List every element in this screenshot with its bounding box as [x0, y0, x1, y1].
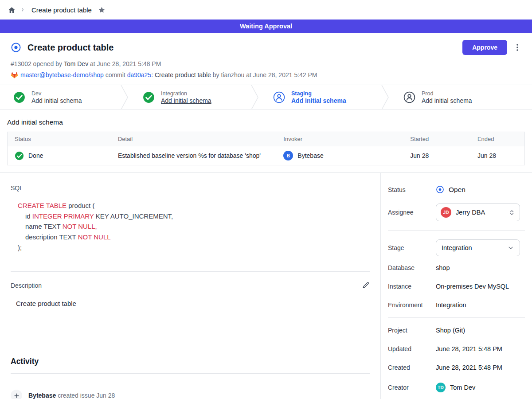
commit-word: commit: [106, 71, 125, 78]
stage-value: Integration: [442, 244, 503, 251]
star-icon[interactable]: [98, 6, 106, 14]
gitlab-icon: [11, 71, 18, 78]
task-detail: Established baseline version %s for data…: [111, 146, 276, 165]
stage-task-label: Add initial schema: [291, 97, 346, 104]
activity-actor: Bytebase: [28, 392, 56, 399]
sidebar-row-database: Database shop: [388, 264, 525, 271]
commit-byline: by tianzhou at June 28, 2021 5:42 PM: [213, 71, 317, 78]
sql-code-block[interactable]: CREATE TABLE product ( id INTEGER PRIMAR…: [18, 200, 370, 253]
assignee-select[interactable]: JD Jerry DBA: [436, 203, 520, 221]
environment-label: Environment: [388, 301, 436, 309]
table-row[interactable]: Done Established baseline version %s for…: [8, 146, 525, 165]
column-header-status: Status: [8, 132, 111, 146]
stage-separator: [380, 85, 390, 109]
activity-plus-icon: [11, 390, 22, 399]
stage-select[interactable]: Integration: [436, 239, 520, 256]
task-status: Done: [28, 152, 43, 159]
sql-line: name TEXT NOT NULL,: [18, 221, 370, 232]
invoker-avatar: B: [283, 151, 293, 160]
commit-branch-link[interactable]: master@bytebase-demo/shop: [20, 71, 104, 78]
created-value: June 28, 2021 5:48 PM: [436, 364, 502, 371]
sidebar-row-stage: Stage Integration: [388, 239, 525, 256]
stage-label: Stage: [388, 244, 436, 251]
sql-line: description TEXT NOT NULL: [18, 232, 370, 243]
issue-header: Create product table Approve #13002 open…: [0, 33, 532, 85]
stage-staging[interactable]: Staging Add initial schema: [260, 85, 380, 109]
edit-pencil-icon[interactable]: [362, 282, 370, 289]
column-header-started: Started: [403, 132, 470, 146]
stage-task-label: Add initial schema: [422, 97, 472, 104]
creator-avatar: TD: [436, 383, 446, 392]
creator-label: Creator: [388, 384, 436, 391]
breadcrumb-chevron-icon: [20, 7, 25, 12]
creator-value: Tom Dev: [450, 384, 475, 391]
stage-task-label: Add initial schema: [31, 97, 82, 104]
status-banner-text: Waiting Approval: [240, 23, 292, 30]
issue-open-icon: [11, 42, 21, 53]
task-done-icon: [15, 151, 24, 160]
assignee-avatar: JD: [441, 207, 451, 218]
updown-chevron-icon: [509, 209, 515, 216]
updated-value: June 28, 2021 5:48 PM: [436, 345, 502, 352]
activity-title: Activity: [11, 357, 370, 366]
breadcrumb: Create product table: [0, 0, 532, 20]
divider: [11, 373, 370, 374]
sidebar-row-environment: Environment Integration: [388, 301, 525, 309]
task-section-title: Add initial schema: [7, 118, 525, 126]
task-section: Add initial schema Status Detail Invoker…: [0, 110, 532, 172]
database-value[interactable]: shop: [436, 264, 450, 271]
activity-action: created issue Jun 28: [58, 392, 115, 399]
sql-line: id INTEGER PRIMARY KEY AUTO_INCREMENT,: [18, 211, 370, 222]
sidebar-row-creator: Creator TD Tom Dev: [388, 383, 525, 392]
environment-value: Integration: [436, 301, 466, 309]
sidebar-row-assignee: Assignee JD Jerry DBA: [388, 203, 525, 221]
description-label: Description: [11, 282, 42, 289]
assignee-value: Jerry DBA: [456, 209, 504, 216]
assignee-label: Assignee: [388, 209, 436, 216]
stage-pending-approval-icon: [403, 91, 415, 103]
stage-env-label: Staging: [291, 90, 346, 97]
sidebar-row-created: Created June 28, 2021 5:48 PM: [388, 364, 525, 371]
sidebar-row-status: Status Open: [388, 185, 525, 194]
divider: [388, 317, 525, 318]
approve-button[interactable]: Approve: [462, 40, 507, 55]
home-icon[interactable]: [8, 6, 16, 14]
commit-hash-link[interactable]: da90a25: [127, 71, 152, 78]
issue-meta: #13002 opened by Tom Dev at June 28, 202…: [11, 60, 521, 67]
breadcrumb-current[interactable]: Create product table: [31, 6, 92, 14]
sql-line: CREATE TABLE product (: [18, 200, 370, 211]
sidebar-row-updated: Updated June 28, 2021 5:48 PM: [388, 345, 525, 352]
updated-label: Updated: [388, 345, 436, 352]
sidebar-row-instance: Instance On-premises Dev MySQL: [388, 283, 525, 290]
project-value[interactable]: Shop (Git): [436, 327, 465, 334]
pipeline-stages: Dev Add initial schema Integration Add i…: [0, 85, 532, 110]
column-header-invoker: Invoker: [276, 132, 403, 146]
activity-item: Bytebase created issue Jun 28: [11, 390, 370, 399]
commit-line: master@bytebase-demo/shop commit da90a25…: [11, 71, 521, 78]
description-content[interactable]: Create product table: [16, 300, 370, 307]
column-header-ended: Ended: [470, 132, 525, 146]
task-invoker: Bytebase: [297, 152, 323, 159]
issue-sidebar: Status Open Assignee JD Jerry DBA Stage: [380, 173, 532, 399]
stage-dev[interactable]: Dev Add initial schema: [0, 85, 120, 109]
issue-detail-panel: SQL CREATE TABLE product ( id INTEGER PR…: [0, 173, 380, 399]
stage-prod[interactable]: Prod Add initial schema: [390, 85, 532, 109]
task-started: Jun 28: [403, 146, 470, 165]
stage-env-label: Integration: [161, 90, 211, 97]
stage-integration[interactable]: Integration Add initial schema: [129, 85, 250, 109]
stage-done-icon: [143, 91, 155, 103]
stage-pending-approval-icon: [273, 91, 285, 103]
page-title: Create product table: [27, 43, 113, 53]
instance-value[interactable]: On-premises Dev MySQL: [436, 283, 509, 290]
stage-separator: [250, 85, 260, 109]
issue-author: Tom Dev: [64, 60, 88, 67]
issue-number: #13002 opened by: [11, 60, 62, 67]
status-banner: Waiting Approval: [0, 20, 532, 33]
task-ended: Jun 28: [470, 146, 525, 165]
project-label: Project: [388, 327, 436, 334]
column-header-detail: Detail: [111, 132, 276, 146]
stage-done-icon: [13, 91, 25, 103]
sql-label: SQL: [11, 184, 370, 192]
divider: [388, 230, 525, 231]
more-actions-icon[interactable]: [513, 43, 521, 52]
